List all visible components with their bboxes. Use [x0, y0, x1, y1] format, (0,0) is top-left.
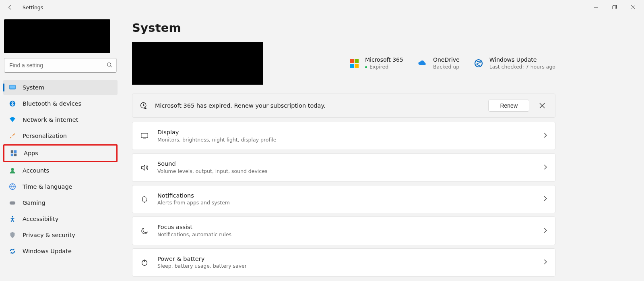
- svg-rect-8: [11, 154, 13, 156]
- card-sub: Alerts from apps and system: [157, 200, 535, 206]
- tile-sub: Backed up: [433, 64, 460, 71]
- accessibility-icon: [9, 215, 16, 223]
- search-box[interactable]: [4, 58, 117, 73]
- chevron-right-icon: [543, 228, 548, 234]
- minimize-button[interactable]: [587, 1, 605, 14]
- system-icon: [9, 84, 16, 91]
- card-sub: Monitors, brightness, night light, displ…: [157, 137, 535, 144]
- sidebar: System Bluetooth & devices Network & int…: [0, 15, 121, 281]
- banner-text: Microsoft 365 has expired. Renew your su…: [155, 102, 481, 109]
- card-focus-assist[interactable]: Focus assist Notifications, automatic ru…: [132, 216, 555, 245]
- sidebar-item-label: Gaming: [23, 200, 45, 206]
- close-icon: [539, 103, 545, 108]
- titlebar: Settings: [0, 0, 644, 15]
- update-icon: [9, 248, 16, 255]
- card-title: Power & battery: [157, 255, 535, 263]
- search-input[interactable]: [8, 62, 107, 69]
- main-content: System Microsoft 365 Expired: [121, 15, 644, 281]
- card-sound[interactable]: Sound Volume levels, output, input, soun…: [132, 153, 555, 181]
- person-icon: [9, 167, 16, 174]
- svg-rect-16: [141, 133, 148, 138]
- svg-rect-4: [10, 85, 15, 89]
- svg-point-14: [475, 60, 482, 67]
- app-title: Settings: [23, 4, 43, 10]
- tile-sub: Last checked: 7 hours ago: [489, 64, 555, 71]
- device-block-redacted: [132, 42, 263, 85]
- sidebar-item-label: Apps: [24, 150, 38, 156]
- renew-button[interactable]: Renew: [488, 100, 529, 112]
- tile-sub: Expired: [365, 64, 403, 71]
- close-icon: [631, 5, 636, 10]
- svg-rect-6: [11, 150, 13, 153]
- sidebar-item-windows-update[interactable]: Windows Update: [3, 244, 118, 259]
- account-block-redacted: [4, 19, 110, 53]
- sidebar-item-label: System: [23, 84, 44, 91]
- svg-rect-1: [613, 6, 616, 9]
- sidebar-item-gaming[interactable]: Gaming: [3, 195, 118, 210]
- wifi-icon: [9, 116, 16, 123]
- card-title: Display: [157, 129, 535, 137]
- sidebar-item-label: Privacy & security: [23, 232, 75, 238]
- sidebar-item-privacy[interactable]: Privacy & security: [3, 227, 118, 243]
- maximize-button[interactable]: [605, 1, 624, 14]
- sidebar-item-bluetooth[interactable]: Bluetooth & devices: [3, 96, 118, 111]
- sound-icon: [140, 163, 149, 173]
- sidebar-item-label: Windows Update: [23, 248, 72, 254]
- card-power-battery[interactable]: Power & battery Sleep, battery usage, ba…: [132, 248, 555, 277]
- tile-title: Windows Update: [489, 56, 555, 64]
- svg-point-10: [11, 168, 14, 171]
- svg-point-2: [107, 62, 111, 66]
- sidebar-item-label: Accounts: [23, 167, 49, 174]
- search-icon: [107, 62, 112, 69]
- svg-rect-9: [14, 154, 17, 156]
- card-sub: Notifications, automatic rules: [157, 231, 535, 238]
- microsoft-logo-icon: [349, 58, 359, 69]
- card-display[interactable]: Display Monitors, brightness, night ligh…: [132, 122, 555, 150]
- sync-icon: [473, 58, 484, 69]
- sidebar-item-time-language[interactable]: Time & language: [3, 179, 118, 194]
- m365-expired-banner: Microsoft 365 has expired. Renew your su…: [132, 94, 555, 118]
- page-title: System: [132, 21, 555, 35]
- globe-clock-icon: [9, 183, 16, 190]
- sidebar-item-apps[interactable]: Apps: [4, 146, 116, 161]
- card-notifications[interactable]: Notifications Alerts from apps and syste…: [132, 185, 555, 213]
- apps-highlight-annotation: Apps: [3, 144, 118, 162]
- minimize-icon: [594, 5, 599, 10]
- svg-rect-7: [14, 150, 17, 153]
- sidebar-item-system[interactable]: System: [3, 80, 118, 95]
- tile-microsoft-365[interactable]: Microsoft 365 Expired: [349, 56, 403, 71]
- chevron-right-icon: [543, 196, 548, 202]
- power-icon: [140, 258, 149, 267]
- bluetooth-icon: [9, 100, 16, 107]
- banner-close-button[interactable]: [537, 100, 548, 111]
- sidebar-item-label: Network & internet: [23, 117, 78, 123]
- svg-rect-12: [10, 201, 15, 204]
- sidebar-item-accounts[interactable]: Accounts: [3, 163, 118, 178]
- tile-onedrive[interactable]: OneDrive Backed up: [417, 56, 460, 71]
- tile-title: OneDrive: [433, 56, 460, 64]
- moon-icon: [140, 226, 149, 236]
- hero-row: Microsoft 365 Expired OneDrive Backed up: [132, 42, 555, 85]
- sidebar-item-network[interactable]: Network & internet: [3, 112, 118, 127]
- tile-windows-update[interactable]: Windows Update Last checked: 7 hours ago: [473, 56, 555, 71]
- card-sub: Sleep, battery usage, battery saver: [157, 263, 535, 270]
- svg-point-13: [12, 216, 13, 218]
- shield-icon: [9, 231, 16, 239]
- window-controls: [587, 1, 642, 14]
- bell-icon: [140, 194, 149, 204]
- chevron-right-icon: [543, 133, 548, 139]
- back-button[interactable]: [3, 0, 17, 14]
- apps-icon: [10, 150, 17, 157]
- clock-alert-icon: [140, 102, 148, 110]
- paintbrush-icon: [9, 132, 16, 139]
- sidebar-item-accessibility[interactable]: Accessibility: [3, 211, 118, 227]
- maximize-icon: [612, 5, 617, 10]
- sidebar-item-label: Accessibility: [23, 216, 58, 222]
- sidebar-item-label: Time & language: [23, 183, 72, 190]
- sidebar-nav: System Bluetooth & devices Network & int…: [3, 80, 118, 259]
- chevron-right-icon: [543, 164, 548, 171]
- sidebar-item-personalization[interactable]: Personalization: [3, 128, 118, 144]
- close-button[interactable]: [624, 1, 642, 14]
- arrow-left-icon: [7, 4, 13, 10]
- tile-title: Microsoft 365: [365, 56, 403, 64]
